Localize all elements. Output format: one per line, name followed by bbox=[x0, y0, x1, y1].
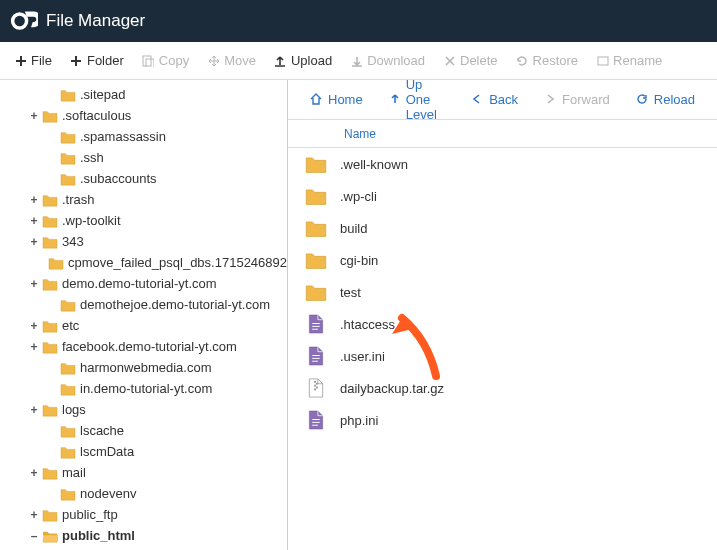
folder-icon bbox=[60, 151, 76, 165]
tree-label: public_ftp bbox=[62, 507, 118, 522]
tree-label: lscache bbox=[80, 423, 124, 438]
tree-item[interactable]: +.wp-toolkit bbox=[0, 210, 287, 231]
tree-expander-icon[interactable]: + bbox=[28, 215, 40, 227]
tree-expander-icon[interactable]: + bbox=[28, 320, 40, 332]
tree-item[interactable]: .sitepad bbox=[0, 84, 287, 105]
file-row[interactable]: .htaccess bbox=[288, 308, 717, 340]
toolbar-label: Download bbox=[367, 53, 425, 68]
file-name: build bbox=[332, 221, 367, 236]
cpanel-logo-icon bbox=[10, 7, 38, 35]
nav-reload[interactable]: Reload bbox=[626, 86, 705, 113]
upload-button[interactable]: Upload bbox=[266, 47, 340, 74]
folder-icon bbox=[42, 508, 58, 522]
folder-icon bbox=[48, 256, 64, 270]
file-button[interactable]: File bbox=[6, 47, 60, 74]
column-name[interactable]: Name bbox=[344, 127, 376, 141]
folder-icon bbox=[300, 250, 332, 270]
tree-label: etc bbox=[62, 318, 79, 333]
toolbar-label: Folder bbox=[87, 53, 124, 68]
upload-icon bbox=[274, 54, 287, 67]
tree-expander-icon[interactable]: + bbox=[28, 236, 40, 248]
file-list[interactable]: .well-known.wp-clibuildcgi-bintest.htacc… bbox=[288, 148, 717, 550]
folder-tree-sidebar[interactable]: .sitepad+.softaculous.spamassassin.ssh.s… bbox=[0, 80, 288, 550]
file-name: php.ini bbox=[332, 413, 378, 428]
tree-item[interactable]: harmonwebmedia.com bbox=[0, 357, 287, 378]
tree-label: 343 bbox=[62, 234, 84, 249]
tree-expander-icon[interactable]: + bbox=[28, 404, 40, 416]
tree-label: .wp-toolkit bbox=[62, 213, 121, 228]
toolbar-label: Move bbox=[224, 53, 256, 68]
file-row[interactable]: build bbox=[288, 212, 717, 244]
tree-label: in.demo-tutorial-yt.com bbox=[80, 381, 212, 396]
tree-expander-icon[interactable]: – bbox=[28, 530, 40, 542]
nav-home[interactable]: Home bbox=[300, 86, 373, 113]
tree-item[interactable]: .subaccounts bbox=[0, 168, 287, 189]
tree-item[interactable]: demothejoe.demo-tutorial-yt.com bbox=[0, 294, 287, 315]
folder-icon bbox=[42, 529, 58, 543]
tree-item[interactable]: +.well-known bbox=[0, 546, 287, 550]
file-row[interactable]: cgi-bin bbox=[288, 244, 717, 276]
doc-icon bbox=[300, 314, 332, 334]
list-header[interactable]: Name bbox=[288, 120, 717, 148]
tree-item[interactable]: +etc bbox=[0, 315, 287, 336]
tree-item[interactable]: cpmove_failed_psql_dbs.1715246892 bbox=[0, 252, 287, 273]
folder-icon bbox=[300, 154, 332, 174]
tree-label: .sitepad bbox=[80, 87, 126, 102]
folder-icon bbox=[60, 424, 76, 438]
tree-label: .spamassassin bbox=[80, 129, 166, 144]
tree-item[interactable]: +343 bbox=[0, 231, 287, 252]
copy-button: Copy bbox=[134, 47, 197, 74]
tree-expander-icon[interactable]: + bbox=[28, 194, 40, 206]
file-name: .htaccess bbox=[332, 317, 395, 332]
file-name: cgi-bin bbox=[332, 253, 378, 268]
folder-icon bbox=[42, 466, 58, 480]
file-row[interactable]: .wp-cli bbox=[288, 180, 717, 212]
tree-item[interactable]: lscmData bbox=[0, 441, 287, 462]
file-name: test bbox=[332, 285, 361, 300]
folder-button[interactable]: Folder bbox=[62, 47, 132, 74]
tree-item[interactable]: –public_html bbox=[0, 525, 287, 546]
tree-item[interactable]: +public_ftp bbox=[0, 504, 287, 525]
file-row[interactable]: php.ini bbox=[288, 404, 717, 436]
doc-icon bbox=[300, 346, 332, 366]
folder-icon bbox=[42, 403, 58, 417]
file-name: .well-known bbox=[332, 157, 408, 172]
toolbar-label: Delete bbox=[460, 53, 498, 68]
app-title: File Manager bbox=[46, 11, 145, 31]
tree-item[interactable]: +logs bbox=[0, 399, 287, 420]
tree-item[interactable]: in.demo-tutorial-yt.com bbox=[0, 378, 287, 399]
tree-expander-icon[interactable]: + bbox=[28, 467, 40, 479]
tree-expander-icon[interactable]: + bbox=[28, 509, 40, 521]
tree-item[interactable]: .ssh bbox=[0, 147, 287, 168]
file-row[interactable]: .user.ini bbox=[288, 340, 717, 372]
toolbar-label: Restore bbox=[533, 53, 579, 68]
tree-item[interactable]: .spamassassin bbox=[0, 126, 287, 147]
tree-item[interactable]: nodevenv bbox=[0, 483, 287, 504]
file-row[interactable]: .well-known bbox=[288, 148, 717, 180]
toolbar: FileFolderCopyMoveUploadDownloadDeleteRe… bbox=[0, 42, 717, 80]
file-row[interactable]: dailybackup.tar.gz bbox=[288, 372, 717, 404]
folder-icon bbox=[60, 382, 76, 396]
tree-item[interactable]: +.softaculous bbox=[0, 105, 287, 126]
nav-label: Home bbox=[328, 92, 363, 107]
folder-icon bbox=[42, 109, 58, 123]
tree-item[interactable]: +mail bbox=[0, 462, 287, 483]
tree-expander-icon[interactable]: + bbox=[28, 278, 40, 290]
tree-expander-icon[interactable]: + bbox=[28, 341, 40, 353]
tree-item[interactable]: +demo.demo-tutorial-yt.com bbox=[0, 273, 287, 294]
tree-item[interactable]: +facebook.demo-tutorial-yt.com bbox=[0, 336, 287, 357]
nav-label: Forward bbox=[562, 92, 610, 107]
archive-icon bbox=[300, 378, 332, 398]
tree-item[interactable]: lscache bbox=[0, 420, 287, 441]
nav-forward: Forward bbox=[534, 86, 620, 113]
toolbar-label: Copy bbox=[159, 53, 189, 68]
restore-icon bbox=[516, 54, 529, 67]
nav-back[interactable]: Back bbox=[461, 86, 528, 113]
tree-expander-icon[interactable]: + bbox=[28, 110, 40, 122]
tree-label: lscmData bbox=[80, 444, 134, 459]
plus-icon bbox=[14, 54, 27, 67]
tree-item[interactable]: +.trash bbox=[0, 189, 287, 210]
folder-icon bbox=[42, 235, 58, 249]
toolbar-label: File bbox=[31, 53, 52, 68]
file-row[interactable]: test bbox=[288, 276, 717, 308]
